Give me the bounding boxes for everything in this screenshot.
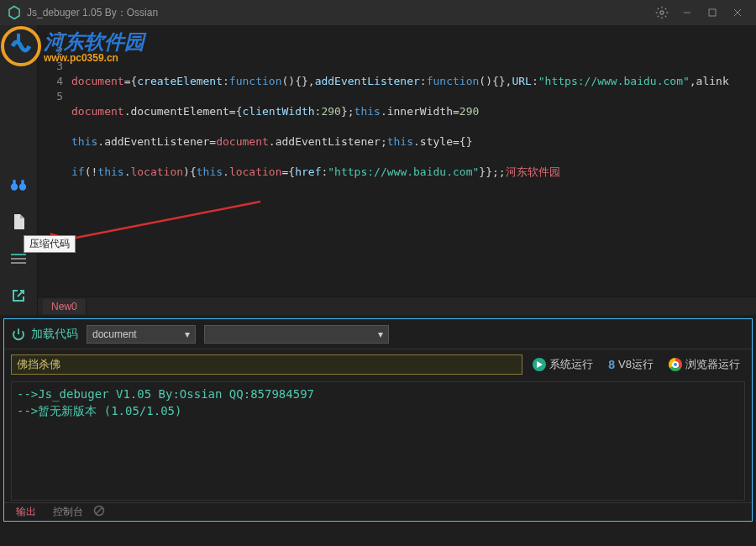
app-icon [7,5,22,20]
list-icon[interactable] [10,250,27,267]
combo-document[interactable]: document ▾ [87,325,196,344]
title-left: Js_debuger 1.05 By：Ossian [7,5,158,20]
line-number: 4 [38,74,63,89]
close-icon[interactable] [726,3,749,23]
line-number: 2 [38,44,63,59]
power-icon [11,327,26,342]
run-system-button[interactable]: 系统运行 [528,357,598,372]
load-code-button[interactable]: 加载代码 [11,327,78,342]
compress-tooltip: 压缩代码 [24,235,76,253]
sidebar [0,25,38,315]
console-line: -->暂无新版本 (1.05/1.05) [17,402,739,419]
output-tab-bar: 输出 控制台 [4,502,752,521]
line-number: 3 [38,59,63,74]
run-label: 系统运行 [549,357,593,372]
external-link-icon[interactable] [10,287,27,304]
chevron-down-icon: ▾ [185,328,190,340]
code-editor[interactable]: 1 2 3 4 5 document={createElement:functi… [38,25,756,297]
svg-rect-8 [21,180,24,184]
load-label: 加载代码 [31,327,78,342]
line-number: 5 [38,89,63,104]
combo-value: document [92,328,137,340]
svg-line-16 [96,507,102,514]
line-number: 1 [38,29,63,44]
svg-rect-7 [13,180,15,184]
editor-tab[interactable]: New0 [43,299,87,314]
title-text: Js_debuger 1.05 By：Ossian [27,6,158,20]
console-output[interactable]: -->Js_debuger V1.05 By:Ossian QQ:8579845… [11,381,745,501]
watermark-inline: 河东软件园 [506,165,560,178]
block-icon[interactable] [93,505,105,519]
svg-point-6 [19,183,26,190]
run-v8-button[interactable]: 8 V8运行 [603,357,659,372]
play-icon [533,358,546,371]
gear-icon[interactable] [650,3,674,23]
run-bar: 系统运行 8 V8运行 浏览器运行 [4,349,752,380]
run-browser-button[interactable]: 浏览器运行 [664,357,745,372]
window-controls [650,3,749,23]
tab-console[interactable]: 控制台 [46,503,90,521]
run-label: V8运行 [618,357,654,372]
expression-input[interactable] [11,354,522,375]
code-content[interactable]: document={createElement:function(){},add… [71,29,756,297]
bottom-panel: 加载代码 document ▾ ▾ 系统运行 8 V8运行 浏览器运行 -->J… [3,318,753,522]
editor-wrap: 1 2 3 4 5 document={createElement:functi… [38,25,756,315]
line-gutter: 1 2 3 4 5 [38,29,71,297]
chrome-icon [669,358,682,371]
run-label: 浏览器运行 [685,357,740,372]
v8-icon: 8 [608,358,615,371]
load-bar: 加载代码 document ▾ ▾ [4,319,752,349]
svg-rect-2 [709,9,716,16]
tab-output[interactable]: 输出 [9,503,43,521]
maximize-icon[interactable] [701,3,724,23]
file-icon[interactable] [10,213,27,230]
minimize-icon[interactable] [675,3,699,23]
main-area: 1 2 3 4 5 document={createElement:functi… [0,25,756,315]
binoculars-icon[interactable] [10,176,27,193]
svg-point-5 [11,183,18,190]
editor-tab-bar: New0 [38,297,756,315]
combo-secondary[interactable]: ▾ [204,325,389,344]
svg-point-0 [660,11,664,14]
chevron-down-icon: ▾ [378,328,383,340]
console-line: -->Js_debuger V1.05 By:Ossian QQ:8579845… [17,386,739,402]
titlebar: Js_debuger 1.05 By：Ossian [0,0,756,25]
